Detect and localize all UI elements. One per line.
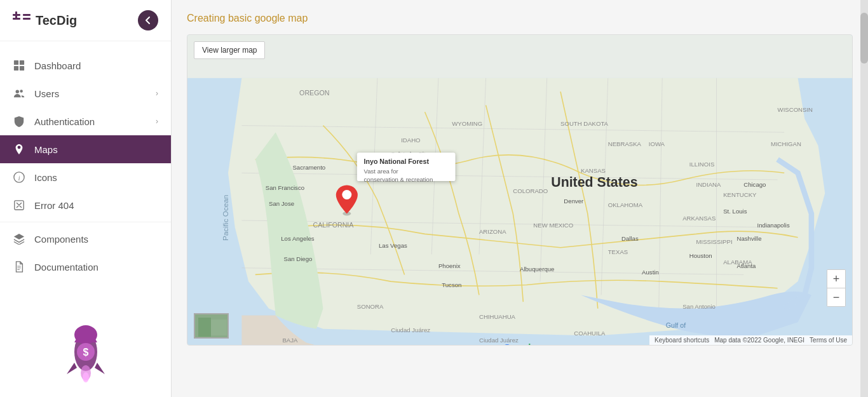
- svg-text:CALIFORNIA: CALIFORNIA: [313, 221, 354, 229]
- svg-rect-21: [187, 35, 852, 78]
- svg-text:$: $: [83, 347, 88, 358]
- sidebar-item-error404[interactable]: Error 404: [0, 191, 171, 219]
- map-footer: Keyboard shortcuts Map data ©2022 Google…: [649, 335, 852, 345]
- svg-text:TEXAS: TEXAS: [608, 248, 628, 255]
- zoom-in-button[interactable]: +: [827, 270, 845, 288]
- svg-point-9: [16, 90, 19, 93]
- svg-text:Ciudad Juárez: Ciudad Juárez: [391, 326, 430, 333]
- svg-text:ARKANSAS: ARKANSAS: [682, 215, 715, 222]
- page-title: Creating basic google map: [187, 13, 853, 24]
- svg-text:Inyo National Forest: Inyo National Forest: [364, 158, 430, 165]
- svg-text:KANSAS: KANSAS: [581, 167, 606, 174]
- svg-rect-94: [211, 320, 227, 335]
- map-data-text: Map data ©2022 Google, INEGI: [714, 337, 804, 344]
- main-content: Creating basic google map View larger ma…: [172, 0, 868, 397]
- shield-icon: [13, 115, 25, 128]
- sidebar-item-icons-label: Icons: [34, 172, 57, 183]
- svg-rect-7: [14, 66, 18, 71]
- svg-text:Tucson: Tucson: [442, 281, 461, 288]
- svg-text:MISSISSIPPI: MISSISSIPPI: [696, 238, 733, 245]
- terms-of-use-link[interactable]: Terms of Use: [810, 337, 847, 344]
- svg-text:OKLAHOMA: OKLAHOMA: [608, 201, 643, 208]
- svg-text:Sacramento: Sacramento: [292, 164, 325, 171]
- sidebar-item-users-label: Users: [34, 88, 59, 99]
- svg-text:Houston: Houston: [689, 252, 712, 259]
- svg-text:ALABAMA: ALABAMA: [723, 259, 752, 266]
- logo-text: TecDig: [36, 13, 77, 28]
- svg-text:NEBRASKA: NEBRASKA: [608, 140, 642, 147]
- svg-text:i: i: [18, 175, 20, 182]
- sidebar-header: TecDig: [0, 0, 171, 41]
- svg-text:Austin: Austin: [642, 269, 659, 276]
- svg-text:ILLINOIS: ILLINOIS: [689, 161, 714, 168]
- layers-icon: [13, 232, 25, 245]
- svg-text:Indianapolis: Indianapolis: [757, 222, 790, 229]
- zoom-out-button[interactable]: −: [827, 288, 845, 306]
- sidebar-item-maps[interactable]: Maps: [0, 135, 171, 163]
- svg-point-19: [83, 372, 89, 382]
- svg-text:SONORA: SONORA: [357, 303, 384, 310]
- map-zoom-controls: + −: [827, 269, 846, 307]
- svg-text:NEW MEXICO: NEW MEXICO: [533, 222, 573, 229]
- svg-text:Gulf of: Gulf of: [666, 321, 686, 329]
- rocket-icon: $: [54, 317, 118, 387]
- svg-text:SOUTH DAKOTA: SOUTH DAKOTA: [560, 120, 609, 127]
- logo: TecDig: [13, 11, 77, 30]
- svg-text:United States: United States: [551, 175, 637, 190]
- svg-text:San Diego: San Diego: [284, 255, 313, 262]
- svg-text:St. Louis: St. Louis: [723, 208, 747, 215]
- svg-text:Nashville: Nashville: [737, 235, 762, 242]
- sidebar-nav: Dashboard Users › Authentication › Maps: [0, 41, 171, 307]
- svg-text:ARIZONA: ARIZONA: [479, 228, 506, 235]
- nav-divider: [0, 222, 171, 222]
- svg-text:Los Angeles: Los Angeles: [281, 235, 314, 242]
- sidebar-item-users[interactable]: Users ›: [0, 79, 171, 107]
- file-icon: [13, 260, 25, 273]
- svg-text:Albuquerque: Albuquerque: [520, 266, 554, 273]
- svg-text:Pacific Ocean: Pacific Ocean: [221, 195, 229, 241]
- map-container: View larger map: [187, 34, 853, 346]
- sidebar-item-components[interactable]: Components: [0, 225, 171, 253]
- info-icon: i: [13, 171, 25, 184]
- svg-text:OREGON: OREGON: [299, 89, 329, 97]
- keyboard-shortcuts-link[interactable]: Keyboard shortcuts: [654, 337, 709, 344]
- svg-text:KENTUCKY: KENTUCKY: [723, 191, 757, 198]
- x-square-icon: [13, 199, 25, 212]
- users-chevron-icon: ›: [156, 89, 158, 98]
- sidebar-item-authentication-label: Authentication: [34, 116, 95, 127]
- svg-text:Denver: Denver: [564, 198, 584, 205]
- sidebar-item-documentation-label: Documentation: [34, 262, 98, 273]
- scrollbar-thumb[interactable]: [860, 13, 868, 64]
- map-thumbnail[interactable]: [194, 313, 229, 339]
- sidebar-item-authentication[interactable]: Authentication ›: [0, 107, 171, 135]
- svg-text:Las Vegas: Las Vegas: [379, 242, 407, 249]
- users-icon: [13, 87, 25, 100]
- sidebar-illustration: $: [0, 307, 171, 397]
- svg-text:CHIHUAHUA: CHIHUAHUA: [479, 313, 516, 320]
- sidebar-item-error404-label: Error 404: [34, 200, 74, 211]
- grid-icon: [13, 59, 25, 72]
- map-svg: Pacific Ocean Gulf of Sacramento San Fra…: [187, 35, 852, 345]
- svg-text:WISCONSIN: WISCONSIN: [778, 106, 813, 113]
- scrollbar[interactable]: [860, 0, 868, 397]
- svg-text:Dallas: Dallas: [621, 235, 639, 242]
- map-pin-icon: [13, 143, 25, 156]
- google-logo-text: Google: [503, 342, 536, 345]
- svg-text:San Jose: San Jose: [269, 200, 294, 207]
- sidebar-item-components-label: Components: [34, 234, 88, 245]
- svg-text:WYOMING: WYOMING: [452, 120, 482, 127]
- svg-point-10: [20, 90, 22, 93]
- logo-icon: [13, 11, 31, 30]
- sidebar-item-dashboard[interactable]: Dashboard: [0, 51, 171, 79]
- svg-text:Vast area for: Vast area for: [364, 168, 399, 175]
- back-button[interactable]: [138, 10, 158, 30]
- svg-text:Phoenix: Phoenix: [438, 262, 461, 269]
- sidebar-item-icons[interactable]: i Icons: [0, 163, 171, 191]
- svg-text:MICHIGAN: MICHIGAN: [771, 140, 801, 147]
- sidebar-item-dashboard-label: Dashboard: [34, 60, 81, 71]
- authentication-chevron-icon: ›: [156, 117, 158, 126]
- sidebar-item-maps-label: Maps: [34, 144, 58, 155]
- svg-rect-6: [20, 60, 24, 65]
- sidebar-item-documentation[interactable]: Documentation: [0, 253, 171, 281]
- view-larger-map-button[interactable]: View larger map: [194, 41, 265, 59]
